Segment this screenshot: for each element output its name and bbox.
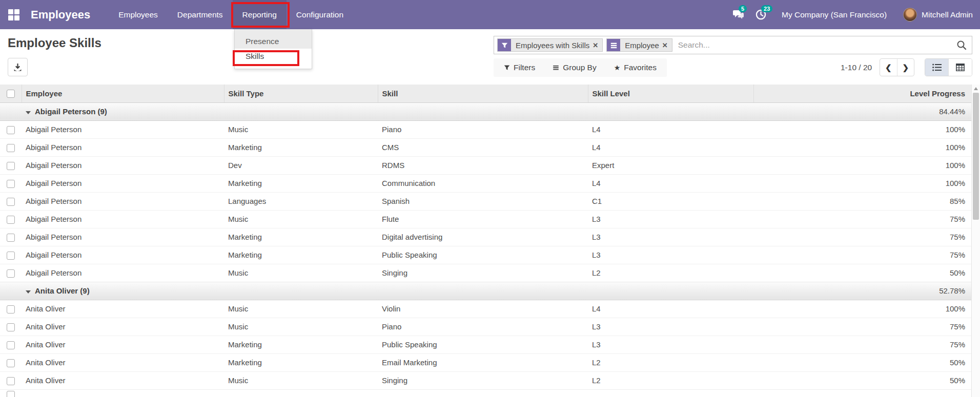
scrollbar-thumb[interactable] xyxy=(973,93,979,220)
select-all-checkbox[interactable] xyxy=(7,90,15,98)
cell-skill: Singing xyxy=(378,371,588,389)
dropdown-item-skills[interactable]: Skills xyxy=(235,49,312,64)
cell-skill-level: L3 xyxy=(588,336,753,353)
row-checkbox[interactable] xyxy=(7,391,15,397)
cell-skill-type: Languages xyxy=(224,192,378,210)
column-header-employee[interactable]: Employee xyxy=(22,85,224,102)
menu-employees[interactable]: Employees xyxy=(109,0,168,29)
search-facet-groupby[interactable]: Employee ✕ xyxy=(606,38,672,52)
row-checkbox[interactable] xyxy=(7,162,15,170)
main-menu: Employees Departments Reporting Configur… xyxy=(109,0,353,29)
cell-skill-type: Marketing xyxy=(224,138,378,156)
search-facet-filter[interactable]: Employees with Skills ✕ xyxy=(497,38,603,52)
row-checkbox[interactable] xyxy=(7,180,15,188)
table-row[interactable]: Abigail PetersonDevRDMSExpert100% xyxy=(0,156,971,174)
table-row[interactable]: Anita OliverMarketingPublic SpeakingL375… xyxy=(0,336,971,353)
table-row-partial[interactable] xyxy=(0,389,971,397)
row-checkbox[interactable] xyxy=(7,359,15,367)
cell-employee: Abigail Peterson xyxy=(22,264,224,282)
export-button[interactable] xyxy=(8,58,28,76)
list-view-icon xyxy=(932,64,942,71)
table-row[interactable]: Abigail PetersonMusicSingingL250% xyxy=(0,264,971,282)
dropdown-spacer xyxy=(235,64,312,69)
group-row[interactable]: Abigail Peterson (9)84.44% xyxy=(0,102,971,120)
menu-reporting[interactable]: Reporting xyxy=(233,0,287,29)
dropdown-item-presence[interactable]: Presence xyxy=(235,34,312,49)
cell-employee: Abigail Peterson xyxy=(22,138,224,156)
messages-button[interactable]: 5 xyxy=(730,7,746,23)
facet-remove-icon[interactable]: ✕ xyxy=(593,39,602,51)
dropdown-spacer xyxy=(235,29,312,34)
cell-level-progress: 100% xyxy=(753,300,971,318)
table-row[interactable]: Abigail PetersonMarketingCommunicationL4… xyxy=(0,174,971,192)
row-checkbox[interactable] xyxy=(7,341,15,349)
table-row[interactable]: Abigail PetersonMusicFluteL375% xyxy=(0,210,971,228)
cell-skill-type: Marketing xyxy=(224,353,378,371)
table-row[interactable]: Anita OliverMusicViolinL4100% xyxy=(0,300,971,318)
menu-configuration[interactable]: Configuration xyxy=(287,0,353,29)
group-row[interactable]: Anita Oliver (9)52.78% xyxy=(0,282,971,300)
group-progress: 52.78% xyxy=(753,282,971,300)
cell-skill-type: Music xyxy=(224,264,378,282)
vertical-scrollbar[interactable] xyxy=(971,85,980,397)
scroll-up-arrow-icon[interactable] xyxy=(974,87,978,90)
company-switcher[interactable]: My Company (San Francisco) xyxy=(782,10,887,19)
cell-employee: Anita Oliver xyxy=(22,300,224,318)
row-checkbox[interactable] xyxy=(7,305,15,314)
search-bar[interactable]: Employees with Skills ✕ Employee ✕ Searc… xyxy=(494,36,972,54)
user-menu[interactable]: Mitchell Admin xyxy=(903,8,975,22)
list-view-button[interactable] xyxy=(925,59,948,76)
row-checkbox[interactable] xyxy=(7,234,15,242)
cell-skill: CMS xyxy=(378,138,588,156)
favorites-button[interactable]: ★ Favorites xyxy=(614,63,657,72)
cell-employee: Anita Oliver xyxy=(22,371,224,389)
search-input[interactable]: Search... xyxy=(678,40,954,50)
cell-skill: Communication xyxy=(378,174,588,192)
row-checkbox[interactable] xyxy=(7,377,15,385)
group-by-icon xyxy=(607,39,620,51)
filters-button[interactable]: Filters xyxy=(504,63,535,72)
cell-employee: Anita Oliver xyxy=(22,336,224,353)
row-checkbox[interactable] xyxy=(7,126,15,134)
user-avatar xyxy=(903,8,917,22)
row-checkbox[interactable] xyxy=(7,323,15,331)
row-checkbox[interactable] xyxy=(7,252,15,260)
activities-button[interactable]: 23 xyxy=(753,7,768,23)
row-checkbox[interactable] xyxy=(7,216,15,224)
group-label[interactable]: Abigail Peterson (9) xyxy=(22,102,753,120)
pager-buttons: ❮ ❯ xyxy=(880,58,914,76)
row-checkbox[interactable] xyxy=(7,198,15,206)
row-checkbox[interactable] xyxy=(7,144,15,152)
table-row[interactable]: Anita OliverMarketingEmail MarketingL250… xyxy=(0,353,971,371)
grid-view-button[interactable] xyxy=(948,59,972,76)
row-checkbox[interactable] xyxy=(7,269,15,278)
pager-next-button[interactable]: ❯ xyxy=(897,59,914,76)
caret-down-icon xyxy=(26,290,31,294)
menu-departments[interactable]: Departments xyxy=(168,0,233,29)
magnifier-icon[interactable] xyxy=(956,40,967,50)
table-row[interactable]: Anita OliverMusicSingingL250% xyxy=(0,371,971,389)
column-header-skill-level[interactable]: Skill Level xyxy=(588,85,753,102)
table-row[interactable]: Anita OliverMusicPianoL375% xyxy=(0,318,971,336)
table-row[interactable]: Abigail PetersonLanguagesSpanishC185% xyxy=(0,192,971,210)
group-label[interactable]: Anita Oliver (9) xyxy=(22,282,753,300)
table-row[interactable]: Abigail PetersonMarketingPublic Speaking… xyxy=(0,246,971,264)
table-row[interactable]: Abigail PetersonMusicPianoL4100% xyxy=(0,120,971,138)
facet-remove-icon[interactable]: ✕ xyxy=(662,39,672,51)
app-brand[interactable]: Employees xyxy=(31,8,90,22)
column-header-skill-type[interactable]: Skill Type xyxy=(224,85,378,102)
pager-previous-button[interactable]: ❮ xyxy=(880,59,897,76)
table-row[interactable]: Abigail PetersonMarketingCMSL4100% xyxy=(0,138,971,156)
cell-skill-level: Expert xyxy=(588,156,753,174)
cell-skill-level: L4 xyxy=(588,120,753,138)
top-navbar: Employees Employees Departments Reportin… xyxy=(0,0,980,29)
table-row[interactable]: Abigail PetersonMarketingDigital adverti… xyxy=(0,228,971,246)
cell-skill: Digital advertising xyxy=(378,228,588,246)
cell-skill-type: Music xyxy=(224,120,378,138)
cell-skill-type: Music xyxy=(224,210,378,228)
column-header-skill[interactable]: Skill xyxy=(378,85,588,102)
apps-grid-icon[interactable] xyxy=(8,9,19,20)
column-header-level-progress[interactable]: Level Progress xyxy=(753,85,971,102)
cell-employee: Abigail Peterson xyxy=(22,246,224,264)
group-by-button[interactable]: Group By xyxy=(553,63,596,72)
